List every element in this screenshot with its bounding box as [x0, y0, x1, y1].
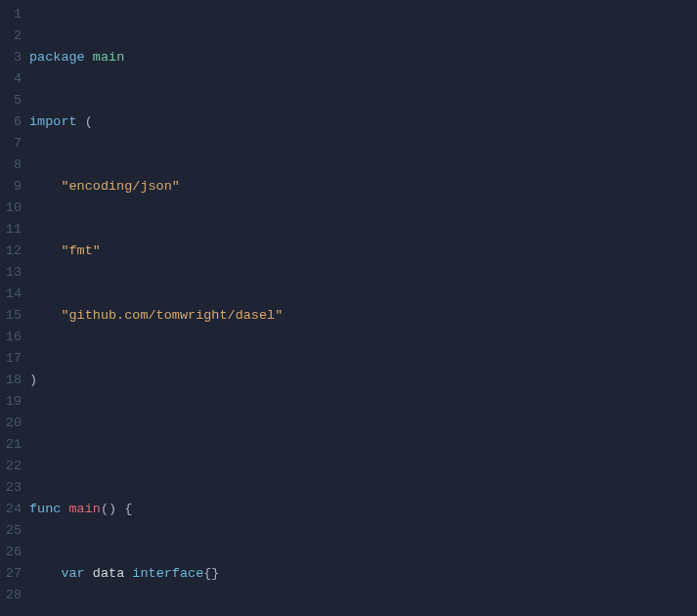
- line-number: 4: [0, 68, 22, 90]
- line-number: 13: [0, 262, 22, 284]
- code-line: var data interface{}: [29, 563, 697, 585]
- line-number: 18: [0, 370, 22, 391]
- line-number: 8: [0, 154, 22, 176]
- code-line: "fmt": [29, 241, 697, 262]
- line-number: 21: [0, 434, 22, 456]
- line-number: 9: [0, 176, 22, 198]
- line-number: 26: [0, 542, 22, 563]
- line-number: 15: [0, 305, 22, 327]
- line-number: 19: [0, 391, 22, 413]
- line-number: 22: [0, 456, 22, 477]
- line-number: 10: [0, 198, 22, 219]
- code-line: func main() {: [29, 499, 697, 520]
- code-line: "github.com/tomwright/dasel": [29, 305, 697, 327]
- line-number: 27: [0, 563, 22, 585]
- line-number: 11: [0, 219, 22, 241]
- code-area[interactable]: package main import ( "encoding/json" "f…: [29, 4, 697, 616]
- line-number: 7: [0, 133, 22, 154]
- line-number: 20: [0, 413, 22, 434]
- code-line: "encoding/json": [29, 176, 697, 198]
- line-number: 12: [0, 241, 22, 262]
- line-number: 6: [0, 111, 22, 133]
- code-line: [29, 434, 697, 456]
- line-number: 17: [0, 348, 22, 370]
- line-number: 28: [0, 585, 22, 606]
- line-number: 25: [0, 520, 22, 542]
- line-number-gutter: 1 2 3 4 5 6 7 8 9 10 11 12 13 14 15 16 1…: [0, 4, 29, 616]
- line-number: 5: [0, 90, 22, 111]
- line-number: 16: [0, 327, 22, 348]
- code-line: package main: [29, 47, 697, 68]
- code-line: ): [29, 370, 697, 391]
- line-number: 24: [0, 499, 22, 520]
- line-number: 3: [0, 47, 22, 68]
- line-number: 23: [0, 477, 22, 499]
- line-number: 1: [0, 4, 22, 25]
- line-number: 2: [0, 25, 22, 47]
- code-line: import (: [29, 111, 697, 133]
- line-number: 14: [0, 284, 22, 305]
- code-editor: 1 2 3 4 5 6 7 8 9 10 11 12 13 14 15 16 1…: [0, 0, 697, 616]
